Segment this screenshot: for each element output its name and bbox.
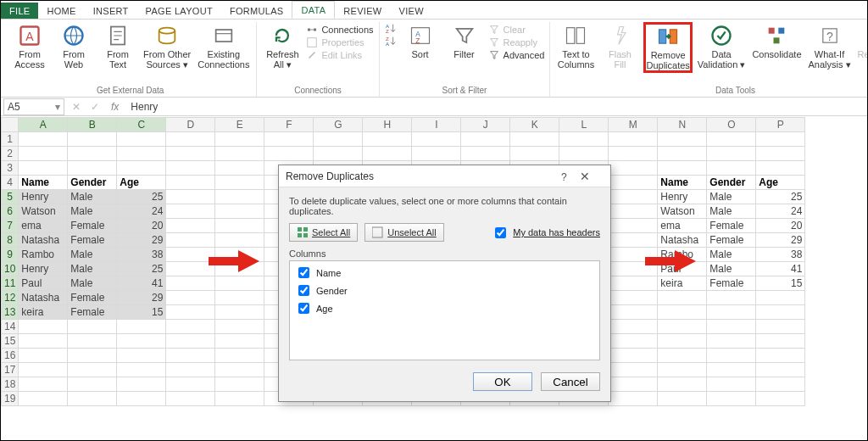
svg-point-4 [159, 28, 175, 34]
cancel-icon[interactable]: ✕ [67, 101, 86, 113]
column-checkbox[interactable]: Age [295, 300, 594, 316]
col-header[interactable]: O [707, 118, 756, 132]
relationships-button[interactable]: Relationships [856, 22, 868, 59]
connections-button[interactable]: Connections [306, 24, 373, 36]
select-all-button[interactable]: Select All [289, 223, 358, 242]
col-header[interactable]: H [363, 118, 412, 132]
formula-bar[interactable]: Henry [125, 101, 867, 113]
tab-page-layout[interactable]: PAGE LAYOUT [137, 3, 221, 19]
from-web-button[interactable]: From Web [53, 22, 94, 70]
tab-data[interactable]: DATA [292, 1, 335, 19]
col-header[interactable]: L [559, 118, 609, 132]
properties-button[interactable]: Properties [306, 36, 373, 48]
what-if-button[interactable]: ?What-If Analysis ▾ [807, 22, 853, 70]
from-access-button[interactable]: AFrom Access [9, 22, 50, 70]
group-connections: Refresh All ▾ Connections Properties Edi… [257, 22, 379, 97]
data-validation-button[interactable]: Data Validation ▾ [696, 22, 748, 70]
svg-text:Z: Z [415, 37, 420, 45]
group-label: Data Tools [715, 85, 755, 97]
reapply-filter-button[interactable]: Reapply [488, 36, 545, 48]
svg-rect-32 [303, 227, 308, 232]
svg-rect-17 [577, 28, 585, 44]
tab-review[interactable]: REVIEW [335, 3, 390, 19]
col-header[interactable]: P [756, 118, 805, 132]
name-box[interactable]: A5▾ [3, 98, 64, 115]
svg-rect-33 [298, 233, 302, 237]
refresh-all-button[interactable]: Refresh All ▾ [262, 22, 303, 70]
group-label: Sort & Filter [442, 85, 487, 97]
headers-checkbox[interactable]: My data has headers [492, 225, 600, 241]
arrow-icon [645, 248, 696, 274]
col-header[interactable]: B [68, 118, 117, 132]
col-header[interactable]: C [117, 118, 166, 132]
col-header[interactable]: A [19, 118, 68, 132]
col-header[interactable]: D [166, 118, 215, 132]
svg-rect-5 [215, 30, 231, 42]
tab-insert[interactable]: INSERT [85, 3, 137, 19]
svg-rect-31 [298, 227, 302, 232]
col-header[interactable]: E [215, 118, 264, 132]
svg-point-7 [314, 28, 317, 31]
arrow-icon [209, 248, 259, 274]
group-data-tools: Text to Columns Flash Fill Remove Duplic… [550, 22, 868, 97]
advanced-filter-button[interactable]: Advanced [488, 49, 545, 61]
svg-text:A: A [25, 30, 34, 43]
fx-icon[interactable]: fx [104, 101, 125, 113]
column-checkbox[interactable]: Name [295, 265, 594, 281]
clear-filter-button[interactable]: Clear [488, 24, 545, 36]
col-header[interactable]: K [510, 118, 559, 132]
cancel-button[interactable]: Cancel [541, 372, 600, 391]
tab-file[interactable]: FILE [1, 3, 38, 19]
consolidate-button[interactable]: Consolidate [750, 22, 803, 59]
col-header[interactable]: N [658, 118, 707, 132]
col-header[interactable]: I [412, 118, 461, 132]
remove-duplicates-button[interactable]: Remove Duplicates [643, 22, 692, 73]
dialog-title: Remove Duplicates [286, 170, 374, 182]
from-text-button[interactable]: From Text [97, 22, 138, 70]
svg-rect-16 [567, 28, 575, 44]
columns-listbox[interactable]: Name Gender Age [289, 260, 600, 360]
flash-fill-button[interactable]: Flash Fill [599, 22, 640, 70]
tab-formulas[interactable]: FORMULAS [221, 3, 292, 19]
svg-rect-22 [779, 28, 785, 34]
edit-links-button[interactable]: Edit Links [306, 49, 373, 61]
svg-marker-30 [645, 250, 696, 272]
from-other-sources-button[interactable]: From Other Sources ▾ [142, 22, 192, 70]
svg-rect-21 [769, 28, 775, 34]
tab-home[interactable]: HOME [38, 3, 84, 19]
col-header[interactable]: F [264, 118, 314, 132]
tab-view[interactable]: VIEW [391, 3, 432, 19]
columns-label: Columns [289, 248, 600, 259]
col-header[interactable]: M [609, 118, 658, 132]
group-label: Connections [294, 85, 342, 97]
close-icon[interactable]: ✕ [575, 170, 595, 183]
svg-rect-8 [308, 38, 317, 47]
svg-text:A: A [385, 41, 389, 47]
column-checkbox[interactable]: Gender [295, 282, 594, 299]
unselect-all-button[interactable]: Unselect All [364, 223, 443, 242]
sort-button[interactable]: AZSort [400, 22, 441, 59]
ribbon-tabs: FILE HOME INSERT PAGE LAYOUT FORMULAS DA… [1, 1, 867, 20]
group-sort-filter: AZ ZA AZSort Filter Clear Reapply Advanc… [380, 22, 551, 97]
svg-rect-23 [774, 37, 780, 43]
text-to-columns-button[interactable]: Text to Columns [555, 22, 596, 70]
formula-bar-row: A5▾ ✕ ✓ fx Henry [1, 98, 867, 116]
svg-rect-13 [411, 28, 429, 44]
group-get-external-data: AFrom Access From Web From Text From Oth… [4, 22, 257, 97]
col-header[interactable]: J [461, 118, 510, 132]
sort-asc-button[interactable]: AZ [385, 22, 397, 34]
ok-button[interactable]: OK [473, 372, 532, 391]
svg-text:?: ? [826, 30, 833, 43]
help-icon[interactable]: ? [556, 171, 572, 183]
svg-rect-18 [659, 30, 666, 43]
existing-connections-button[interactable]: Existing Connections [196, 22, 251, 70]
svg-rect-34 [303, 233, 308, 237]
svg-rect-35 [372, 227, 382, 237]
enter-icon[interactable]: ✓ [86, 101, 104, 113]
help-icon[interactable]: ? ✕ [548, 171, 604, 183]
svg-point-6 [308, 28, 311, 31]
sort-desc-button[interactable]: ZA [385, 35, 397, 47]
svg-marker-29 [209, 250, 259, 272]
filter-button[interactable]: Filter [444, 22, 485, 59]
col-header[interactable]: G [314, 118, 363, 132]
